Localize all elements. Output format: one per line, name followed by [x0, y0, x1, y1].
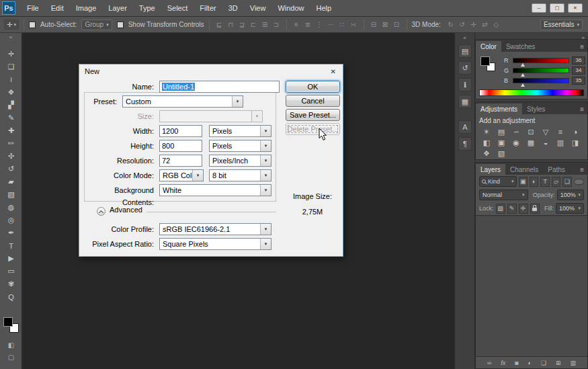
hue-saturation-icon[interactable]: ≡ — [553, 126, 568, 137]
align-left-edges-icon[interactable]: ⊏ — [249, 19, 259, 30]
menu-filter[interactable]: Filter — [194, 0, 222, 17]
auto-select-mode-dropdown[interactable]: Group ▾ — [81, 19, 112, 30]
dialog-title-bar[interactable]: New ✕ — [79, 65, 343, 78]
brightness-contrast-icon[interactable]: ☀ — [479, 126, 494, 137]
history-panel-icon[interactable]: ↺ — [458, 61, 472, 75]
color-balance-icon[interactable]: ◑ — [568, 126, 583, 137]
levels-icon[interactable]: ▤ — [494, 126, 509, 137]
resolution-input[interactable]: 72 — [159, 155, 202, 167]
photo-filter-icon[interactable]: ▣ — [494, 137, 509, 148]
distribute-widths-icon[interactable]: ⊟ — [369, 19, 379, 30]
blue-slider-handle[interactable] — [521, 83, 525, 87]
green-slider-handle[interactable] — [521, 73, 525, 77]
character-panel-icon[interactable]: A — [458, 120, 472, 134]
tab-channels[interactable]: Channels — [505, 164, 543, 175]
width-input[interactable]: 1200 — [159, 125, 202, 137]
3d-slide-icon[interactable]: ⇄ — [480, 19, 490, 30]
black-white-icon[interactable]: ◧ — [479, 137, 494, 148]
green-value[interactable]: 34 — [572, 67, 585, 75]
align-vertical-centers-icon[interactable]: ⊓ — [226, 19, 236, 30]
blur-tool[interactable]: ◍ — [0, 201, 22, 214]
tab-color[interactable]: Color — [476, 41, 501, 52]
menu-type[interactable]: Type — [133, 0, 161, 17]
3d-roll-icon[interactable]: ↺ — [457, 19, 467, 30]
eyedropper-tool[interactable]: ✎ — [0, 112, 22, 124]
menu-window[interactable]: Window — [271, 0, 310, 17]
properties-panel-icon[interactable]: ▤ — [458, 44, 472, 58]
red-slider-handle[interactable] — [521, 63, 525, 67]
path-selection-tool[interactable]: ▶ — [0, 252, 22, 265]
filter-toggle-switch[interactable] — [574, 179, 584, 185]
distribute-hcenter-icon[interactable]: ∷ — [337, 19, 347, 30]
lock-all-icon[interactable] — [530, 204, 540, 214]
tab-styles[interactable]: Styles — [522, 104, 550, 114]
toolbar-collapse-icon[interactable]: « — [0, 34, 22, 40]
menu-3d[interactable]: 3D — [222, 0, 244, 17]
color-mode-dropdown[interactable]: RGB Color ▾ — [159, 169, 204, 181]
color-panel-swatch[interactable] — [480, 56, 499, 75]
curves-icon[interactable]: ∽ — [509, 126, 523, 137]
gradient-tool[interactable]: ▧ — [0, 188, 22, 201]
green-slider[interactable] — [513, 68, 569, 73]
foreground-color-chip[interactable] — [480, 56, 490, 66]
new-group-icon[interactable]: ❏ — [541, 360, 546, 366]
menu-edit[interactable]: Edit — [45, 0, 70, 17]
cancel-button[interactable]: Cancel — [286, 95, 340, 107]
distribute-right-icon[interactable]: ∺ — [349, 19, 359, 30]
lock-position-icon[interactable]: ✛ — [519, 204, 528, 214]
exposure-icon[interactable]: ⊡ — [523, 126, 538, 137]
filter-smart-objects-icon[interactable]: ❏ — [562, 177, 571, 187]
tab-adjustments[interactable]: Adjustments — [476, 104, 522, 114]
layer-list[interactable] — [476, 215, 587, 357]
3d-scale-icon[interactable]: ◇ — [491, 19, 501, 30]
distribute-top-icon[interactable]: ≡ — [292, 19, 302, 30]
red-slider[interactable] — [513, 58, 569, 63]
info-panel-icon[interactable]: ℹ — [458, 78, 472, 91]
panel-menu-icon[interactable]: ≡ — [577, 106, 587, 114]
filter-pixel-layers-icon[interactable]: ▣ — [519, 177, 528, 187]
tab-swatches[interactable]: Swatches — [501, 41, 540, 52]
dock-expand-icon[interactable]: « — [455, 35, 474, 41]
rectangle-tool[interactable]: ▭ — [0, 265, 22, 278]
layer-style-icon[interactable]: fx — [501, 360, 505, 366]
new-adjustment-layer-icon[interactable]: ◐ — [528, 360, 532, 366]
height-unit-dropdown[interactable]: Pixels ▾ — [209, 140, 271, 152]
preset-dropdown[interactable]: Custom ▾ — [122, 95, 243, 108]
quick-selection-tool[interactable]: ❖ — [0, 86, 22, 99]
blue-slider[interactable] — [513, 78, 569, 83]
maximize-button[interactable]: ▢ — [550, 3, 564, 13]
auto-select-checkbox[interactable] — [29, 22, 36, 28]
color-profile-dropdown[interactable]: sRGB IEC61966-2.1 ▾ — [159, 223, 271, 235]
invert-icon[interactable]: ◒ — [538, 137, 553, 148]
crop-tool[interactable]: ▞ — [0, 99, 22, 112]
align-right-edges-icon[interactable]: ⊐ — [271, 19, 282, 30]
zoom-tool[interactable]: Q — [0, 290, 22, 303]
spot-healing-brush-tool[interactable]: ✚ — [0, 124, 22, 137]
rectangular-marquee-tool[interactable]: ❏ — [0, 60, 22, 73]
show-transform-checkbox[interactable] — [117, 22, 124, 28]
new-layer-icon[interactable]: ⊞ — [556, 360, 561, 366]
color-lookup-icon[interactable]: ▦ — [523, 137, 538, 148]
tool-preset-picker[interactable]: ✛ ▾ — [4, 19, 19, 30]
menu-file[interactable]: File — [21, 0, 45, 17]
selective-color-icon[interactable]: ❖ — [479, 148, 494, 159]
opacity-field[interactable]: 100% ▾ — [557, 190, 584, 200]
distribute-heights-icon[interactable]: ⊠ — [380, 19, 390, 30]
distribute-left-icon[interactable]: ⋯ — [326, 19, 336, 30]
tab-layers[interactable]: Layers — [476, 164, 505, 175]
filter-type-layers-icon[interactable]: T — [540, 177, 549, 187]
3d-drag-icon[interactable]: ✛ — [468, 19, 478, 30]
posterize-icon[interactable]: ▥ — [553, 137, 568, 148]
blue-value[interactable]: 35 — [572, 77, 585, 85]
filter-adjustment-layers-icon[interactable]: ◐ — [530, 177, 538, 187]
eraser-tool[interactable]: ▰ — [0, 175, 22, 188]
advanced-toggle[interactable] — [97, 207, 106, 216]
panel-menu-icon[interactable]: ≡ — [577, 166, 587, 175]
channel-mixer-icon[interactable]: ◉ — [509, 137, 523, 148]
panel-menu-icon[interactable]: ≡ — [577, 43, 587, 52]
lasso-tool[interactable]: ≀ — [0, 73, 22, 86]
align-bottom-edges-icon[interactable]: ⊒ — [237, 19, 247, 30]
distribute-bottom-icon[interactable]: ⋮ — [314, 19, 325, 30]
auto-align-icon[interactable]: ⊡ — [392, 19, 402, 30]
type-tool[interactable]: T — [0, 239, 22, 252]
